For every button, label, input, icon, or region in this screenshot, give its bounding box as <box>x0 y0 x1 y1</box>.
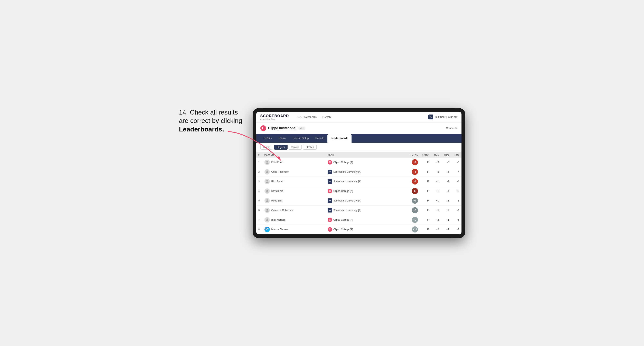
svg-point-1 <box>266 161 268 162</box>
tournament-name: Clippd Invitational <box>268 126 296 130</box>
row-position: 8 <box>256 224 262 234</box>
team-logo-sb: SB <box>328 170 332 174</box>
filter-bar: Teams Players Scores Strokes <box>256 143 462 152</box>
row-rd3: -4 <box>451 167 462 176</box>
team-logo-clippd: C <box>328 160 332 165</box>
player-name: Rich Butler <box>272 180 284 183</box>
player-name: Elliot Ebert <box>272 161 283 164</box>
nav-links: TOURNAMENTS TEAMS <box>297 115 422 119</box>
row-rd3: -1 <box>451 205 462 215</box>
instruction-line2: are correct by clicking <box>179 117 242 124</box>
row-thru: F <box>420 205 431 215</box>
tab-leaderboards[interactable]: Leaderboards <box>328 134 352 143</box>
user-avatar: TU <box>428 115 433 119</box>
row-rd1: +2 <box>431 215 441 224</box>
top-nav: SCOREBOARD Powered by clippd TOURNAMENTS… <box>256 112 462 123</box>
row-player: David Ford <box>262 186 326 196</box>
row-total: -8 <box>404 158 420 167</box>
row-rd1: +1 <box>431 186 441 196</box>
table-row: 6 Cameron Robertson SB Scoreboard Univer… <box>256 205 462 215</box>
row-rd2: +5 <box>441 167 451 176</box>
row-thru: F <box>420 176 431 186</box>
row-total: E <box>404 186 420 196</box>
score-badge: +9 <box>412 217 418 223</box>
tablet-frame: SCOREBOARD Powered by clippd TOURNAMENTS… <box>252 108 465 238</box>
table-row: 2 Chris Robertson SB Scoreboard Universi… <box>256 167 462 176</box>
signout-link[interactable]: Sign out <box>448 116 457 118</box>
row-player: Rees Britt <box>262 196 326 205</box>
score-badge: -2 <box>412 178 418 184</box>
table-header-row: # PLAYER TEAM TOTAL THRU RD1 RD2 RD3 <box>256 152 462 158</box>
row-team: SB Scoreboard University [A] <box>326 167 404 176</box>
row-team: SB Scoreboard University [A] <box>326 196 404 205</box>
row-team: SB Scoreboard University [A] <box>326 176 404 186</box>
row-team: C Clippd College [A] <box>326 158 404 167</box>
team-name: Scoreboard University [A] <box>333 199 361 202</box>
team-name: Scoreboard University [A] <box>333 209 361 212</box>
team-name: Clippd College [A] <box>333 190 353 192</box>
filter-scores[interactable]: Scores <box>289 145 302 150</box>
nav-teams[interactable]: TEAMS <box>322 115 331 119</box>
tablet-screen: SCOREBOARD Powered by clippd TOURNAMENTS… <box>256 112 462 234</box>
cancel-button[interactable]: Cancel ✕ <box>446 127 457 130</box>
row-total: +6 <box>404 205 420 215</box>
table-row: 1 Elliot Ebert C Clippd College [A] -8 F… <box>256 158 462 167</box>
player-avatar <box>264 179 270 184</box>
team-logo-clippd: C <box>328 218 332 222</box>
row-total: -4 <box>404 167 420 176</box>
row-rd2: E <box>441 196 451 205</box>
tab-course-setup[interactable]: Course Setup <box>290 134 312 143</box>
row-total: +1 <box>404 196 420 205</box>
player-name: Cameron Robertson <box>272 209 294 212</box>
row-rd1: +3 <box>431 158 441 167</box>
filter-teams[interactable]: Teams <box>260 145 273 150</box>
row-position: 5 <box>256 196 262 205</box>
row-player: Blair McHarg <box>262 215 326 224</box>
sub-nav: Details Teams Course Setup Results Leade… <box>256 134 462 143</box>
team-name: Clippd College [A] <box>333 228 353 231</box>
row-rd3: -5 <box>451 158 462 167</box>
player-avatar <box>264 188 270 194</box>
row-total: -2 <box>404 176 420 186</box>
leaderboard-table: # PLAYER TEAM TOTAL THRU RD1 RD2 RD3 1 <box>256 152 462 234</box>
table-row: 5 Rees Britt SB Scoreboard University [A… <box>256 196 462 205</box>
instruction-line1: Check all results <box>190 109 238 116</box>
tournament-title-area: C Clippd Invitational Men <box>260 125 305 131</box>
row-team: C Clippd College [A] <box>326 186 404 196</box>
tab-teams[interactable]: Teams <box>275 134 289 143</box>
score-badge: -4 <box>412 169 418 175</box>
svg-point-2 <box>266 171 268 172</box>
team-name: Scoreboard University [A] <box>333 171 361 173</box>
row-rd1: +1 <box>431 176 441 186</box>
tab-details[interactable]: Details <box>260 134 275 143</box>
col-header-number: # <box>256 152 262 158</box>
filter-players[interactable]: Players <box>274 145 288 150</box>
instruction-bold: Leaderboards. <box>179 126 224 133</box>
col-header-rd1: RD1 <box>431 152 441 158</box>
row-position: 3 <box>256 176 262 186</box>
score-badge: -8 <box>412 159 418 165</box>
row-rd3: +2 <box>451 224 462 234</box>
tab-results[interactable]: Results <box>312 134 328 143</box>
col-header-rd2: RD2 <box>441 152 451 158</box>
nav-tournaments[interactable]: TOURNAMENTS <box>297 115 317 119</box>
score-badge: +1 <box>412 198 418 204</box>
row-position: 6 <box>256 205 262 215</box>
instruction-block: 14. Check all results are correct by cli… <box>179 108 248 134</box>
player-avatar <box>264 217 270 222</box>
row-player: Chris Robertson <box>262 167 326 176</box>
svg-point-7 <box>266 218 268 220</box>
score-badge: E <box>412 188 418 194</box>
col-header-thru: THRU <box>420 152 431 158</box>
row-player: Cameron Robertson <box>262 205 326 215</box>
row-rd2: +2 <box>441 205 451 215</box>
row-rd1: +5 <box>431 205 441 215</box>
row-team: C Clippd College [A] <box>326 215 404 224</box>
svg-point-6 <box>266 209 268 210</box>
player-avatar <box>264 208 270 213</box>
logo-text: SCOREBOARD <box>260 114 289 118</box>
row-total: +11 <box>404 224 420 234</box>
score-badge: +11 <box>412 226 418 232</box>
filter-strokes[interactable]: Strokes <box>303 145 316 150</box>
svg-point-5 <box>266 199 268 201</box>
